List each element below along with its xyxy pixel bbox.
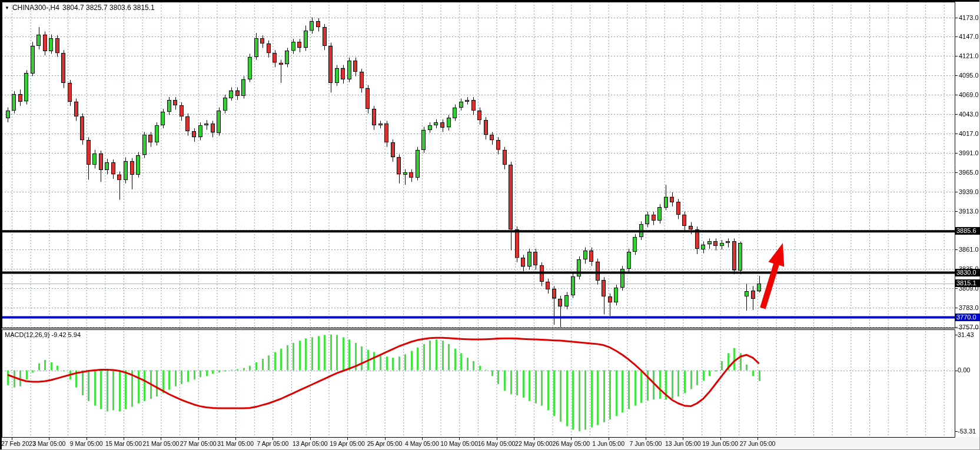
price-tick-label: 3783.0 [959, 304, 979, 311]
time-tick-label: 13 Apr 05:00 [293, 440, 328, 447]
chart-window: ▼ CHINA300-,H4 3804.7 3825.7 3803.6 3815… [0, 0, 980, 450]
price-tick-label: 4095.0 [959, 72, 979, 79]
symbol-ohlc-values: 3804.7 3825.7 3803.6 3815.1 [62, 4, 155, 12]
time-tick-label: 22 May 05:00 [515, 440, 553, 447]
time-axis[interactable]: 27 Feb 20233 Mar 05:009 Mar 05:0015 Mar … [0, 438, 980, 450]
price-tick-label: 3757.0 [959, 324, 979, 331]
price-axis[interactable]: 4173.04147.04121.04095.04069.04043.04017… [955, 0, 980, 437]
price-tick-label: 4069.0 [959, 91, 979, 98]
symbol-name: CHINA300-,H4 [12, 4, 59, 12]
time-tick-label: 26 May 05:00 [552, 440, 590, 447]
time-tick-label: 31 Mar 05:00 [217, 440, 254, 447]
price-tick-label: 4147.0 [959, 33, 979, 40]
macd-name: MACD(12,26,9) [5, 331, 49, 338]
time-tick-label: 27 Feb 2023 [1, 440, 36, 447]
time-tick-label: 19 Apr 05:00 [330, 440, 365, 447]
symbol-title: ▼ CHINA300-,H4 3804.7 3825.7 3803.6 3815… [5, 4, 155, 12]
time-tick-label: 19 Jun 05:00 [702, 440, 738, 447]
price-tick-label: 3861.0 [959, 246, 979, 253]
price-chart-canvas[interactable] [0, 0, 980, 450]
price-tick-label: 4173.0 [959, 14, 979, 21]
time-tick-label: 21 Mar 05:00 [142, 440, 179, 447]
price-tick-label: 3991.0 [959, 149, 979, 156]
price-badge: 3830.0 [955, 269, 980, 276]
price-tick-label: 3913.0 [959, 208, 979, 215]
time-tick-label: 10 May 05:00 [440, 440, 478, 447]
symbol-dropdown-icon[interactable]: ▼ [5, 5, 9, 11]
macd-indicator-label: MACD(12,26,9) -9.42 5.94 [5, 331, 81, 338]
macd-values: -9.42 5.94 [51, 331, 81, 338]
time-tick-label: 25 Apr 05:00 [367, 440, 403, 447]
price-tick-label: 4043.0 [959, 111, 979, 118]
time-tick-label: 27 Jun 05:00 [740, 440, 776, 447]
time-tick-label: 7 Apr 05:00 [257, 440, 289, 447]
price-tick-label: 4121.0 [959, 52, 979, 59]
time-tick-label: 4 May 05:00 [405, 440, 439, 447]
time-tick-label: 7 Jun 05:00 [629, 440, 662, 447]
price-tick-label: 3939.0 [959, 188, 979, 195]
time-tick-label: 9 Mar 05:00 [70, 440, 103, 447]
time-tick-label: 16 May 05:00 [478, 440, 516, 447]
price-badge: 3885.6 [955, 227, 980, 235]
time-tick-label: 3 Mar 05:00 [32, 440, 65, 447]
price-badge: 3770.0 [955, 314, 980, 321]
time-tick-label: 15 Mar 05:00 [105, 440, 142, 447]
time-tick-label: 27 Mar 05:00 [180, 440, 217, 447]
price-tick-label: 4017.0 [959, 130, 979, 137]
price-badge: 3815.1 [955, 279, 980, 287]
price-tick-label: 3965.0 [959, 169, 979, 176]
time-tick-label: 1 Jun 05:00 [592, 440, 624, 447]
time-tick-label: 13 Jun 05:00 [665, 440, 701, 447]
